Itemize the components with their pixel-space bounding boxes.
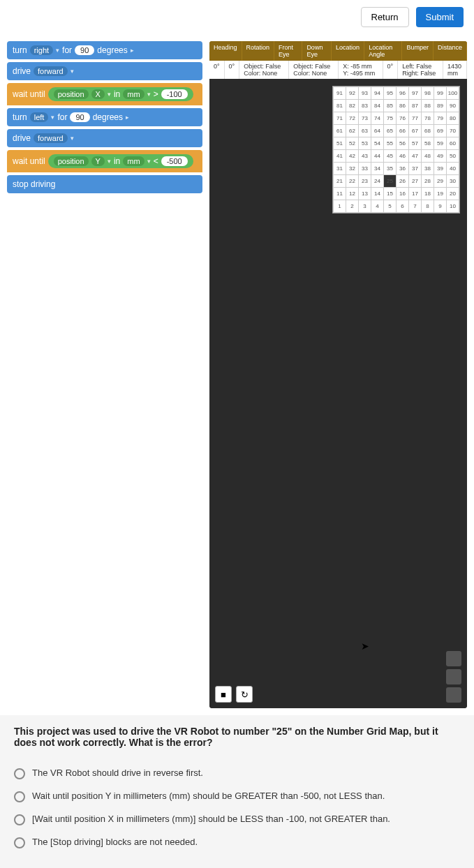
grid-cell: 71 [334,112,346,125]
grid-cell: 15 [384,188,397,200]
grid-cell: 13 [359,188,371,200]
code-blocks: turn right▾ for 90 degrees▸ drive forwar… [7,41,202,708]
grid-cell: 3 [359,200,371,213]
mouse-cursor-icon: ➤ [361,641,369,652]
sim-tab[interactable]: Heading [209,41,242,61]
grid-cell: 7 [409,200,422,213]
grid-cell: 29 [434,175,447,188]
stop-sim-button[interactable]: ■ [215,686,232,703]
grid-cell: 61 [334,125,346,137]
grid-cell: 39 [434,163,447,175]
grid-cell: 10 [447,200,459,213]
grid-cell: 97 [409,87,422,100]
answer-text: The VR Robot should drive in reverse fir… [32,768,203,778]
grid-cell: 87 [409,100,422,112]
answer-option[interactable]: [Wait until position X in millimeters (m… [14,808,460,831]
grid-cell: 88 [422,100,434,112]
grid-cell: 33 [359,163,371,175]
grid-cell: 82 [346,100,359,112]
camera-icon-2[interactable] [446,669,461,684]
grid-cell: 19 [434,188,447,200]
grid-cell: 42 [346,150,359,163]
grid-cell: 2 [346,200,359,213]
grid-cell: 94 [371,87,384,100]
grid-cell: 48 [422,150,434,163]
sim-tab[interactable]: Front Eye [274,41,302,61]
grid-cell: 24 [371,175,384,188]
grid-cell: 64 [371,125,384,137]
grid-cell: 74 [371,112,384,125]
sim-tab[interactable]: Bumper [402,41,434,61]
grid-cell: 40 [447,163,459,175]
grid-cell: 60 [447,137,459,150]
sim-tab[interactable]: Rotation [242,41,275,61]
wait-until-block-2: wait until position Y▾ in mm▾ < -500 [7,150,202,172]
grid-cell: 35 [384,163,397,175]
sim-tab[interactable]: Distance [434,41,467,61]
sim-info-row: 0° 0° Object: False Color: None Object: … [209,61,467,79]
grid-cell: 79 [434,112,447,125]
wait-until-block-1: wait until position X▾ in mm▾ > -100 [7,83,202,105]
answer-option[interactable]: The VR Robot should drive in reverse fir… [14,762,460,785]
grid-cell: 53 [359,137,371,150]
grid-cell: 65 [384,125,397,137]
camera-icon-1[interactable] [446,651,461,666]
number-grid-map: 9192939495969798991008182838485868788899… [332,86,460,214]
grid-cell: 49 [434,150,447,163]
answer-option[interactable]: Wait until position Y in millimeters (mm… [14,785,460,808]
grid-cell: 38 [422,163,434,175]
grid-cell: 93 [359,87,371,100]
grid-cell: 37 [409,163,422,175]
grid-cell: 41 [334,150,346,163]
sim-tab[interactable]: Location [332,41,364,61]
answer-text: [Wait until position X in millimeters (m… [32,814,390,824]
grid-cell: 28 [422,175,434,188]
grid-cell: 52 [346,137,359,150]
grid-cell: 5 [384,200,397,213]
grid-cell: 22 [346,175,359,188]
grid-cell: 59 [434,137,447,150]
grid-cell: 30 [447,175,459,188]
sim-viewport: 9192939495969798991008182838485868788899… [209,79,467,708]
grid-cell: 99 [434,87,447,100]
grid-cell: 26 [397,175,409,188]
grid-cell: 90 [447,100,459,112]
radio-icon[interactable] [14,768,25,779]
grid-cell: 56 [397,137,409,150]
grid-cell: 63 [359,125,371,137]
grid-cell: 91 [334,87,346,100]
grid-cell: 34 [371,163,384,175]
grid-cell: 14 [371,188,384,200]
grid-cell: 36 [397,163,409,175]
grid-cell: 78 [422,112,434,125]
grid-cell: 92 [346,87,359,100]
grid-cell: 21 [334,175,346,188]
grid-cell: 18 [422,188,434,200]
sim-tab[interactable]: Location Angle [364,41,402,61]
grid-cell: 81 [334,100,346,112]
grid-cell: 70 [447,125,459,137]
return-button[interactable]: Return [361,7,409,27]
answer-list: The VR Robot should drive in reverse fir… [0,758,474,868]
grid-cell: 17 [409,188,422,200]
drive-forward-block-1: drive forward▾ [7,62,202,80]
grid-cell: 83 [359,100,371,112]
grid-cell: 67 [409,125,422,137]
answer-option[interactable]: The [Stop driving] blocks are not needed… [14,831,460,854]
radio-icon[interactable] [14,837,25,848]
sim-tab[interactable]: Down Eye [302,41,332,61]
grid-cell: 98 [422,87,434,100]
grid-cell: 54 [371,137,384,150]
turn-right-block: turn right▾ for 90 degrees▸ [7,41,202,59]
reset-sim-button[interactable]: ↻ [236,686,253,703]
submit-button[interactable]: Submit [416,7,464,27]
grid-cell: 12 [346,188,359,200]
grid-cell: 25 [384,175,397,188]
drive-forward-block-2: drive forward▾ [7,129,202,147]
grid-cell: 100 [447,87,459,100]
camera-icon-3[interactable] [446,687,461,703]
question-text: This project was used to drive the VR Ro… [0,715,474,758]
radio-icon[interactable] [14,814,25,825]
grid-cell: 4 [371,200,384,213]
radio-icon[interactable] [14,791,25,802]
